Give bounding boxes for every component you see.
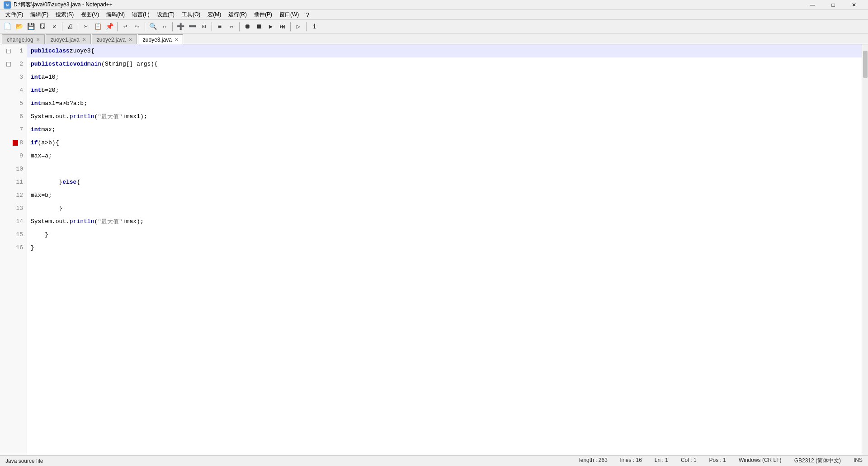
- status-filetype: Java source file: [4, 458, 45, 464]
- code-line-13[interactable]: }: [27, 202, 862, 215]
- new-button[interactable]: 📄: [2, 21, 13, 32]
- code-line-16[interactable]: }: [27, 241, 862, 254]
- undo-button[interactable]: ↩: [120, 21, 131, 32]
- code-area[interactable]: public class zuoye3{ public static void …: [27, 44, 862, 455]
- replace-button[interactable]: ↔: [159, 21, 170, 32]
- menu-file[interactable]: 文件(F): [2, 10, 27, 19]
- menu-help[interactable]: ?: [302, 11, 313, 19]
- code-line-8[interactable]: if(a>b){: [27, 136, 862, 149]
- menu-run[interactable]: 运行(R): [225, 10, 250, 19]
- menu-search[interactable]: 搜索(S): [52, 10, 77, 19]
- status-col: Col : 1: [679, 457, 698, 465]
- code-line-12[interactable]: max=b;: [27, 189, 862, 202]
- sep6: [212, 22, 212, 31]
- editor-container: −1−2345678910111213141516 public class z…: [0, 44, 868, 455]
- code-line-4[interactable]: int b=20;: [27, 84, 862, 97]
- code-line-2[interactable]: public static void main(String[] args){: [27, 57, 862, 71]
- about-button[interactable]: ℹ: [309, 21, 320, 32]
- cut-button[interactable]: ✂: [80, 21, 91, 32]
- menu-view[interactable]: 视图(V): [77, 10, 103, 19]
- code-line-3[interactable]: int a=10;: [27, 71, 862, 84]
- tab-zuoye3-label: zuoye3.java: [143, 37, 172, 43]
- line-number-11: 11: [0, 176, 27, 189]
- tab-changelog-close[interactable]: ✕: [36, 37, 40, 42]
- menu-plugins[interactable]: 插件(P): [250, 10, 276, 19]
- code-line-11[interactable]: }else{: [27, 176, 862, 189]
- scrollbar-thumb[interactable]: [863, 51, 868, 78]
- code-line-15[interactable]: }: [27, 228, 862, 241]
- menu-edit[interactable]: 编辑(E): [27, 10, 52, 19]
- stop-macro[interactable]: ⏹: [254, 21, 264, 32]
- menu-settings[interactable]: 设置(T): [153, 10, 178, 19]
- code-line-1[interactable]: public class zuoye3{: [27, 44, 862, 57]
- menu-bar: 文件(F) 编辑(E) 搜索(S) 视图(V) 编码(N) 语言(L) 设置(T…: [0, 10, 868, 20]
- code-line-10[interactable]: [27, 162, 862, 176]
- tab-zuoye3-close[interactable]: ✕: [175, 37, 178, 42]
- tab-zuoye3[interactable]: zuoye3.java ✕: [138, 34, 183, 44]
- line-number-2: −2: [0, 57, 27, 71]
- status-lineending: Windows (CR LF): [737, 457, 783, 465]
- close-button-tb[interactable]: ✕: [49, 21, 60, 32]
- code-line-5[interactable]: int max1=a>b?a:b;: [27, 97, 862, 110]
- save-button[interactable]: 💾: [25, 21, 36, 32]
- line-number-1: −1: [0, 44, 27, 57]
- code-line-6[interactable]: System.out.println("最大值"+max1);: [27, 110, 862, 123]
- paste-button[interactable]: 📌: [104, 21, 115, 32]
- fold-box[interactable]: −: [6, 62, 11, 67]
- tab-changelog-label: change.log: [7, 37, 33, 43]
- line-numbers: −1−2345678910111213141516: [0, 44, 27, 455]
- fold-box[interactable]: −: [6, 49, 11, 53]
- status-ln: Ln : 1: [653, 457, 670, 465]
- menu-macro[interactable]: 宏(M): [204, 10, 225, 19]
- tab-zuoye2-close[interactable]: ✕: [128, 37, 132, 42]
- copy-button[interactable]: 📋: [92, 21, 103, 32]
- run-button[interactable]: ▷: [293, 21, 304, 32]
- minimize-button[interactable]: —: [802, 0, 823, 10]
- menu-lang[interactable]: 语言(L): [128, 10, 153, 19]
- record-macro[interactable]: ⏺: [242, 21, 253, 32]
- toolbar: 📄 📂 💾 🖫 ✕ 🖨 ✂ 📋 📌 ↩ ↪ 🔍 ↔ ➕ ➖ ⊡ ≡ ⇔ ⏺ ⏹ …: [0, 20, 868, 33]
- zoom-in-button[interactable]: ➕: [175, 21, 186, 32]
- bookmark-marker: [13, 140, 18, 146]
- menu-tools[interactable]: 工具(O): [178, 10, 204, 19]
- line-number-3: 3: [0, 71, 27, 84]
- redo-button[interactable]: ↪: [132, 21, 142, 32]
- line-number-16: 16: [0, 241, 27, 254]
- zoom-out-button[interactable]: ➖: [187, 21, 198, 32]
- sync-scroll-v[interactable]: ≡: [214, 21, 225, 32]
- tab-zuoye1-label: zuoye1.java: [51, 37, 80, 43]
- tab-zuoye2[interactable]: zuoye2.java ✕: [92, 34, 137, 44]
- menu-window[interactable]: 窗口(W): [276, 10, 302, 19]
- code-line-7[interactable]: int max;: [27, 123, 862, 136]
- title-bar-left: N D:\博客\java\05\zuoye3.java - Notepad++: [4, 1, 113, 9]
- tab-zuoye1-close[interactable]: ✕: [82, 37, 86, 42]
- line-number-10: 10: [0, 162, 27, 176]
- run-macro-multi[interactable]: ⏭: [277, 21, 288, 32]
- tab-changelog[interactable]: change.log ✕: [2, 34, 45, 44]
- zoom-restore-button[interactable]: ⊡: [198, 21, 209, 32]
- status-length: length : 263: [577, 457, 609, 465]
- vertical-scrollbar[interactable]: [862, 44, 868, 455]
- print-button[interactable]: 🖨: [65, 21, 75, 32]
- sync-scroll-h[interactable]: ⇔: [226, 21, 237, 32]
- code-line-9[interactable]: max=a;: [27, 149, 862, 162]
- status-lines: lines : 16: [618, 457, 644, 465]
- code-line-14[interactable]: System.out.println("最大值"+max);: [27, 215, 862, 228]
- title-bar: N D:\博客\java\05\zuoye3.java - Notepad++ …: [0, 0, 868, 10]
- line-number-5: 5: [0, 97, 27, 110]
- close-button[interactable]: ✕: [844, 0, 864, 10]
- sep1: [62, 22, 62, 31]
- menu-encode[interactable]: 编码(N): [103, 10, 128, 19]
- play-macro[interactable]: ▶: [265, 21, 276, 32]
- line-number-4: 4: [0, 84, 27, 97]
- sep3: [117, 22, 118, 31]
- line-number-6: 6: [0, 110, 27, 123]
- tab-zuoye1[interactable]: zuoye1.java ✕: [46, 34, 91, 44]
- find-button[interactable]: 🔍: [147, 21, 158, 32]
- save-all-button[interactable]: 🖫: [37, 21, 48, 32]
- maximize-button[interactable]: □: [823, 0, 844, 10]
- status-bar: Java source file length : 263 lines : 16…: [0, 455, 868, 466]
- sep7: [239, 22, 240, 31]
- line-number-15: 15: [0, 228, 27, 241]
- open-button[interactable]: 📂: [14, 21, 24, 32]
